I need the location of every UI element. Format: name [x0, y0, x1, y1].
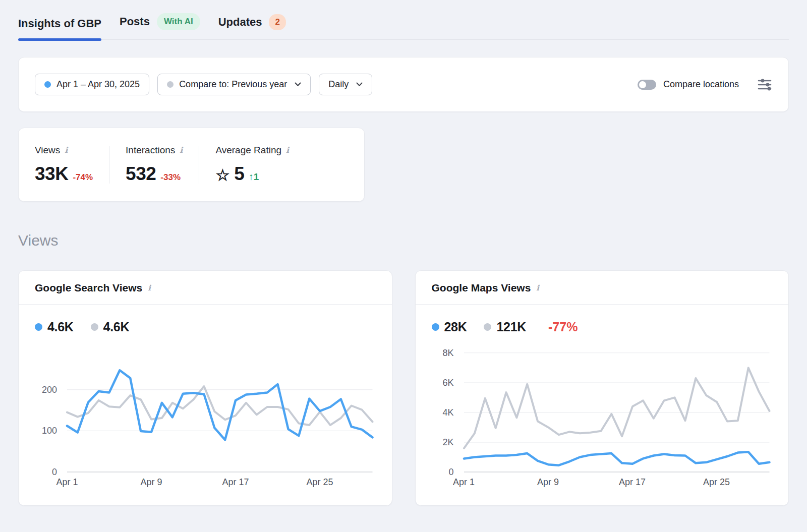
previous-period-dot-icon	[167, 81, 174, 88]
info-icon[interactable]: i	[286, 146, 289, 154]
filter-bar: Apr 1 – Apr 30, 2025 Compare to: Previou…	[18, 57, 789, 112]
y-tick-label: 200	[42, 384, 57, 395]
views-section-title: Views	[18, 232, 789, 249]
y-tick-label: 4K	[442, 407, 453, 418]
previous-series-dot-icon	[484, 323, 491, 331]
with-ai-badge: With AI	[157, 13, 200, 30]
y-tick-label: 100	[42, 426, 57, 436]
x-tick-label: Apr 17	[619, 477, 646, 488]
date-range-label: Apr 1 – Apr 30, 2025	[56, 79, 140, 90]
stat-value: 5	[234, 163, 244, 185]
legend-value: 4.6K	[47, 320, 74, 334]
stat-average-rating: Average Rating i ☆ 5 ↑1	[199, 145, 305, 185]
chart-legend: 4.6K 4.6K	[19, 305, 392, 334]
chart-title: Google Maps Views	[432, 282, 531, 294]
legend-previous: 121K	[484, 320, 526, 334]
tab-bar: Insights of GBP Posts With AI Updates 2	[18, 0, 789, 40]
toggle-knob	[639, 81, 646, 88]
compare-to-label: Compare to: Previous year	[179, 79, 287, 90]
current-series-dot-icon	[35, 323, 42, 331]
chevron-down-icon	[356, 82, 363, 87]
date-range-picker[interactable]: Apr 1 – Apr 30, 2025	[35, 74, 149, 95]
stat-label: Average Rating	[215, 145, 281, 156]
info-icon[interactable]: i	[148, 284, 151, 292]
compare-locations-toggle[interactable]	[638, 80, 656, 90]
y-axis-labels: 0100200	[34, 348, 67, 472]
x-axis-labels: Apr 1Apr 9Apr 17Apr 25	[416, 477, 789, 490]
rating-change: ↑1	[249, 171, 259, 183]
legend-delta: -77%	[548, 320, 578, 334]
google-search-views-card: Google Search Views i 4.6K 4.6K 0100200	[18, 270, 392, 506]
x-tick-label: Apr 1	[453, 477, 475, 488]
legend-value: 121K	[496, 320, 526, 334]
legend-current: 4.6K	[35, 320, 74, 334]
tab-updates[interactable]: Updates 2	[218, 14, 286, 39]
stat-label: Interactions	[126, 145, 175, 156]
stat-delta: -33%	[160, 172, 181, 183]
tab-insights-of-gbp[interactable]: Insights of GBP	[18, 17, 101, 39]
star-icon: ☆	[215, 166, 229, 185]
current-period-dot-icon	[44, 81, 51, 88]
tab-label: Posts	[120, 15, 150, 28]
google-maps-views-card: Google Maps Views i 28K 121K -77% 02K4K6…	[415, 270, 789, 506]
x-axis-labels: Apr 1Apr 9Apr 17Apr 25	[19, 477, 392, 490]
y-tick-label: 2K	[442, 437, 453, 447]
compare-locations-label: Compare locations	[663, 79, 739, 90]
granularity-label: Daily	[328, 79, 349, 90]
x-tick-label: Apr 1	[56, 477, 78, 488]
info-icon[interactable]: i	[65, 146, 68, 154]
stat-interactions: Interactions i 532 -33%	[109, 145, 199, 185]
x-tick-label: Apr 25	[703, 477, 730, 488]
stat-value: 532	[126, 163, 156, 185]
x-tick-label: Apr 9	[537, 477, 559, 488]
y-tick-label: 6K	[442, 377, 453, 388]
stat-value: 33K	[35, 163, 68, 185]
tab-label: Updates	[218, 16, 262, 29]
tab-label: Insights of GBP	[18, 17, 101, 30]
sliders-icon	[757, 78, 772, 91]
current-series-dot-icon	[432, 323, 439, 331]
chart-plot-area[interactable]	[464, 348, 770, 472]
chart-plot-area[interactable]	[67, 348, 373, 472]
stat-delta: -74%	[73, 172, 93, 183]
stat-views: Views i 33K -74%	[19, 145, 109, 185]
x-tick-label: Apr 9	[141, 477, 162, 488]
granularity-dropdown[interactable]: Daily	[319, 74, 372, 95]
info-icon[interactable]: i	[180, 146, 183, 154]
updates-count-badge: 2	[269, 14, 285, 30]
summary-stats-card: Views i 33K -74% Interactions i 532 -33%…	[18, 128, 365, 202]
y-axis-labels: 02K4K6K8K	[431, 348, 464, 472]
legend-current: 28K	[432, 320, 467, 334]
chart-title: Google Search Views	[35, 282, 142, 294]
search-views-line-chart[interactable]: 0100200	[19, 342, 392, 472]
x-tick-label: Apr 25	[307, 477, 333, 488]
info-icon[interactable]: i	[536, 284, 539, 292]
legend-previous: 4.6K	[91, 320, 130, 334]
x-tick-label: Apr 17	[222, 477, 249, 488]
chart-legend: 28K 121K -77%	[416, 305, 789, 334]
chevron-down-icon	[295, 82, 301, 87]
gbp-insights-page: Insights of GBP Posts With AI Updates 2 …	[0, 0, 807, 506]
chart-settings-button[interactable]	[757, 78, 772, 91]
y-tick-label: 0	[52, 467, 57, 478]
tab-posts[interactable]: Posts With AI	[120, 13, 200, 39]
y-tick-label: 0	[448, 467, 453, 478]
charts-row: Google Search Views i 4.6K 4.6K 0100200	[18, 270, 789, 506]
previous-series-dot-icon	[91, 323, 98, 331]
legend-value: 28K	[444, 320, 467, 334]
legend-value: 4.6K	[103, 320, 130, 334]
maps-views-line-chart[interactable]: 02K4K6K8K	[416, 342, 789, 472]
stat-label: Views	[35, 145, 60, 156]
y-tick-label: 8K	[442, 347, 453, 358]
compare-to-dropdown[interactable]: Compare to: Previous year	[157, 74, 311, 95]
